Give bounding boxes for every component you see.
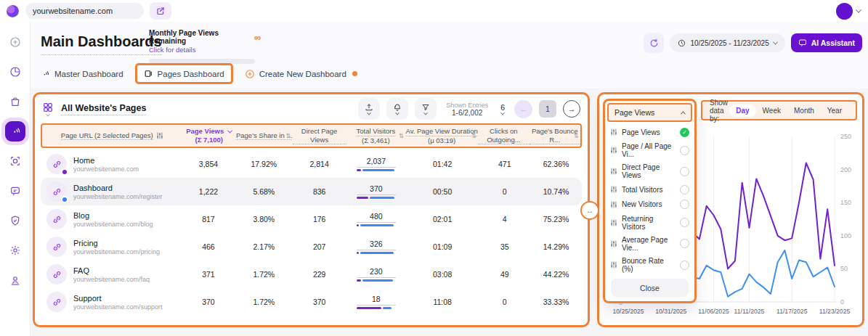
user-avatar[interactable] xyxy=(836,3,853,20)
duration-value: 01:09 xyxy=(406,242,479,251)
table-header-row: Page URL (2 Selected Pages) Page Views (… xyxy=(41,123,582,148)
total-visitors-value: 326 xyxy=(357,239,396,250)
metric-option[interactable]: Page Views✓ xyxy=(610,128,689,137)
column-pages-share[interactable]: Page's Share in ... ⇅ xyxy=(236,131,293,141)
direct-views-value: 229 xyxy=(292,270,346,279)
page-views-value: 817 xyxy=(182,215,236,224)
pagination-prev-button[interactable]: ← xyxy=(514,100,532,118)
filter-button[interactable] xyxy=(415,98,437,120)
metric-option-label: Total Visitors xyxy=(622,186,663,194)
radar-analytics-icon-active[interactable] xyxy=(5,121,25,142)
svg-text:0: 0 xyxy=(840,298,844,306)
table-row[interactable]: Pricing yourwebsitename.com/pricing 466 … xyxy=(41,233,582,261)
alerts-button[interactable] xyxy=(386,98,408,120)
column-settings-icon[interactable] xyxy=(156,132,163,139)
shield-check-icon[interactable] xyxy=(5,210,25,231)
pagination-next-button[interactable]: → xyxy=(563,100,580,118)
table-row[interactable]: Blog yourwebsitename.com/blog 817 3.80% … xyxy=(41,205,582,233)
direct-views-value: 836 xyxy=(292,187,346,196)
add-circle-icon[interactable] xyxy=(5,32,25,52)
page-url: yourwebsitename.com/pricing xyxy=(73,248,160,255)
share-value: 5.68% xyxy=(235,187,292,196)
refresh-button[interactable] xyxy=(644,33,664,53)
page-link-icon xyxy=(46,292,67,312)
metric-option[interactable]: Direct Page Views xyxy=(610,163,689,179)
page-size-select[interactable]: 6 xyxy=(500,103,505,115)
visitors-split-bar xyxy=(357,252,396,255)
granularity-year[interactable]: Year xyxy=(821,105,848,117)
widget-grid-icon[interactable] xyxy=(42,102,54,117)
svg-text:11/23/2025: 11/23/2025 xyxy=(819,308,851,315)
radio-icon[interactable] xyxy=(680,146,689,155)
page-name: Support xyxy=(73,294,163,303)
target-scan-icon[interactable] xyxy=(5,151,25,171)
ai-assistant-button[interactable]: AI Assistant xyxy=(791,33,862,52)
pagination-current-page: 1 xyxy=(539,100,556,118)
radio-icon[interactable] xyxy=(680,218,689,227)
bell-icon xyxy=(393,103,402,112)
website-url-field[interactable]: yourwebsitename.com xyxy=(25,3,144,19)
sort-icon[interactable]: ⇅ xyxy=(285,132,291,140)
export-button[interactable] xyxy=(358,98,380,120)
website-url-value: yourwebsitename.com xyxy=(33,7,113,15)
account-chevron-down-icon[interactable] xyxy=(856,7,861,12)
page-views-value: 466 xyxy=(182,242,236,251)
column-bounce-rate[interactable]: Page's Bounce R... ⇅ xyxy=(530,127,580,145)
page-url: yourwebsitename.com/faq xyxy=(73,276,150,283)
metric-option[interactable]: Average Page Vie... xyxy=(610,236,689,252)
date-range-picker[interactable]: 10/25/2025 - 11/23/2025 xyxy=(670,33,784,52)
granularity-day[interactable]: Day xyxy=(729,105,755,117)
monthly-pageviews-widget: Monthly Page Views Remaining Click for d… xyxy=(149,29,255,64)
sort-icon[interactable]: ⇅ xyxy=(471,132,476,140)
column-avg-duration[interactable]: Av. Page View Duration(μ 03:19) ⇅ xyxy=(405,127,478,145)
metric-option[interactable]: Total Visitors xyxy=(610,185,689,194)
visitors-split-bar xyxy=(357,279,396,282)
metric-option[interactable]: Returning Visitors xyxy=(610,215,689,231)
metric-select[interactable]: Page Views xyxy=(607,103,692,122)
granularity-week[interactable]: Week xyxy=(756,105,787,117)
column-page-views[interactable]: Page Views (Σ 7,100) xyxy=(182,127,236,144)
direct-views-value: 370 xyxy=(292,298,346,306)
share-value: 1.72% xyxy=(235,298,292,306)
sort-icon[interactable]: ⇅ xyxy=(574,132,579,140)
radio-icon[interactable] xyxy=(680,239,689,248)
table-row[interactable]: Support yourwebsitename.com/support 370 … xyxy=(41,288,582,316)
shopping-bag-icon[interactable] xyxy=(5,91,25,112)
metric-dropdown-panel: Page Views Page Views✓Page / All Page Vi… xyxy=(603,99,697,303)
sort-icon[interactable]: ⇅ xyxy=(399,132,404,140)
metric-option[interactable]: Page / All Page Vi... xyxy=(610,142,689,158)
column-page-url[interactable]: Page URL (2 Selected Pages) xyxy=(42,131,182,141)
close-button[interactable]: Close xyxy=(611,279,689,297)
click-for-details-link[interactable]: Click for details xyxy=(149,46,255,54)
share-value: 2.17% xyxy=(235,242,292,251)
svg-text:100: 100 xyxy=(840,232,851,239)
settings-gear-icon[interactable] xyxy=(5,240,25,261)
table-row[interactable]: Home yourwebsitename.com 3,854 17.92% 2,… xyxy=(41,150,582,178)
table-row[interactable]: Dashboard yourwebsitename.com/register 1… xyxy=(41,178,582,205)
pie-chart-icon[interactable] xyxy=(5,62,25,82)
column-direct-page-views[interactable]: Direct Page Views xyxy=(293,127,346,145)
granularity-month[interactable]: Month xyxy=(787,105,821,117)
refresh-icon xyxy=(649,38,659,48)
tab-pages-dashboard[interactable]: Pages Dashboard xyxy=(135,63,233,84)
main-content: Main Dashboards Monthly Page Views Remai… xyxy=(31,22,868,336)
radio-icon[interactable] xyxy=(680,200,689,209)
radio-icon[interactable] xyxy=(680,261,689,270)
page-url: yourwebsitename.com/support xyxy=(73,303,163,311)
open-website-button[interactable] xyxy=(150,2,171,20)
metric-option[interactable]: Bounce Rate (%) xyxy=(610,257,689,273)
column-clicks-outgoing[interactable]: Clicks on Outgoing... xyxy=(478,127,529,145)
table-row[interactable]: FAQ yourwebsitename.com/faq 371 1.72% 22… xyxy=(41,261,582,288)
location-person-icon[interactable] xyxy=(5,270,25,290)
metric-option[interactable]: New Visitors xyxy=(610,200,689,209)
panel-resize-handle[interactable]: ↔ xyxy=(580,201,599,220)
radio-checked-icon[interactable]: ✓ xyxy=(680,128,689,137)
column-total-visitors[interactable]: Total Visitors(Σ 3,461) ⇅ xyxy=(346,127,406,145)
tab-create-new-dashboard[interactable]: Create New Dashboard xyxy=(245,69,357,79)
page-views-value: 371 xyxy=(182,270,236,279)
chat-messages-icon[interactable] xyxy=(5,181,25,201)
tab-master-dashboard[interactable]: Master Dashboard xyxy=(41,69,123,78)
radio-icon[interactable] xyxy=(680,185,689,194)
radio-icon[interactable] xyxy=(680,167,689,176)
sliders-icon xyxy=(610,219,617,226)
